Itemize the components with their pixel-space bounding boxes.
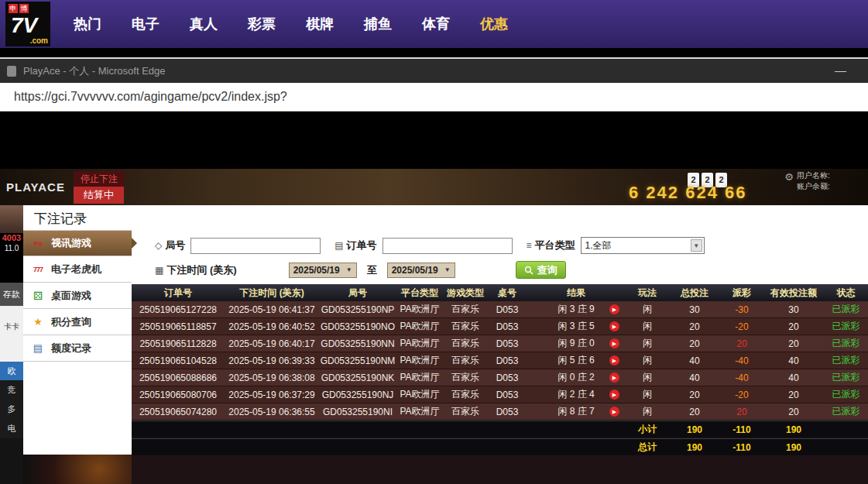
sidebar-item-slot-machine[interactable]: 777 电子老虎机 — [23, 256, 132, 283]
menu-item-sports[interactable]: 体育 — [422, 15, 450, 33]
cell-bet: 20 — [669, 318, 720, 335]
table-row: 2505190651045282025-05-19 06:39:33GD0532… — [132, 352, 868, 369]
result-text: 闲 9 庄 0 — [558, 337, 594, 350]
cell-game: 百家乐 — [443, 386, 488, 403]
result-text: 闲 3 庄 5 — [558, 320, 594, 333]
cell-payout: -40 — [720, 369, 763, 386]
cell-bet: 20 — [669, 403, 720, 420]
panel-header: 下注记录 — [23, 205, 868, 230]
round-number-icon: ◇ — [155, 240, 162, 251]
order-number-input[interactable] — [383, 238, 513, 254]
logo-badge-bo: 博 — [19, 4, 29, 13]
platform-type-label: 平台类型 — [535, 239, 575, 252]
cell-result: 闲 3 庄 9▶ — [527, 301, 626, 318]
menu-item-promotions[interactable]: 优惠 — [480, 15, 508, 33]
cell-game: 百家乐 — [443, 403, 488, 420]
chevron-down-icon: ▼ — [691, 239, 702, 252]
sidebar-item-table-games[interactable]: ⚄ 桌面游戏 — [23, 283, 132, 309]
cell-play: 闲 — [626, 369, 669, 386]
sidebar-banner[interactable] — [23, 455, 132, 484]
total-row: 总计190-110190 — [132, 438, 868, 456]
cell-order_no: 250519065112828 — [132, 335, 225, 352]
url-text[interactable]: https://gci.7vvvvvv.com/agingame/pcv2/in… — [14, 90, 287, 104]
cell-result: 闲 8 庄 7▶ — [527, 403, 626, 420]
cell-order_no: 250519065127228 — [132, 301, 225, 318]
main-menu: 热门 电子 真人 彩票 棋牌 捕鱼 体育 优惠 — [74, 15, 508, 33]
user-name-label: 用户名称: — [797, 170, 865, 181]
chevron-down-icon: ▼ — [444, 266, 451, 273]
left-rail: 4003 11.0 存款 卡卡 欧 竞 多 电 — [0, 205, 23, 484]
menu-item-live[interactable]: 真人 — [190, 15, 218, 33]
cell-round: GD053255190NO — [319, 318, 396, 335]
search-button[interactable]: 查询 — [516, 261, 566, 279]
sidebar-item-label: 桌面游戏 — [51, 289, 91, 303]
minimize-button[interactable]: — — [835, 64, 846, 77]
total-label: 总计 — [626, 439, 669, 455]
menu-item-fishing[interactable]: 捕鱼 — [364, 15, 392, 33]
date-from-value: 2025/05/19 — [293, 265, 340, 276]
rail-tab-dian[interactable]: 电 — [0, 419, 23, 438]
cell-status: 已派彩 — [824, 335, 868, 352]
platform-type-select[interactable]: 1.全部 ▼ — [581, 237, 705, 254]
gear-icon[interactable]: ⚙ — [784, 171, 794, 183]
address-bar[interactable]: https://gci.7vvvvvv.com/agingame/pcv2/in… — [0, 83, 868, 112]
avatar[interactable] — [0, 205, 23, 233]
cell-payout: -40 — [720, 352, 763, 369]
site-logo[interactable]: 申 博 7V .com — [5, 2, 50, 46]
replay-icon[interactable]: ▶ — [609, 338, 619, 348]
records-table: 订单号下注时间 (美东)局号平台类型游戏类型桌号结果玩法总投注派彩有效投注额状态… — [132, 284, 868, 484]
jackpot-amount: 6 242 624 66 — [629, 183, 746, 203]
sidebar-item-points-inquiry[interactable]: ★ 积分查询 — [23, 309, 132, 335]
menu-item-hot[interactable]: 热门 — [74, 15, 101, 33]
replay-icon[interactable]: ▶ — [609, 321, 619, 331]
table-body: 2505190651272282025-05-19 06:41:37GD0532… — [132, 301, 868, 456]
cell-bet: 40 — [669, 369, 720, 386]
subtotal-row: 小计190-110190 — [132, 420, 868, 438]
cell-valid: 20 — [763, 318, 824, 335]
menu-item-board-games[interactable]: 棋牌 — [306, 15, 334, 33]
replay-icon[interactable]: ▶ — [609, 390, 619, 400]
cell-status: 已派彩 — [824, 386, 868, 403]
playace-logo: PLAYACE — [6, 180, 65, 194]
rail-tab-jing[interactable]: 竞 — [0, 380, 23, 400]
subtotal-payout: -110 — [720, 421, 763, 438]
column-header: 下注时间 (美东) — [225, 284, 319, 301]
rail-tab-duo[interactable]: 多 — [0, 400, 23, 419]
date-to-picker[interactable]: 2025/05/19 ▼ — [387, 263, 455, 278]
cell-game: 百家乐 — [443, 335, 488, 352]
document-icon: ▤ — [31, 342, 45, 354]
cell-time: 2025-05-19 06:40:52 — [225, 318, 319, 335]
rail-card-label: 卡卡 — [4, 322, 19, 331]
cell-result: 闲 9 庄 0▶ — [527, 335, 626, 352]
menu-item-slots[interactable]: 电子 — [132, 15, 160, 33]
sidebar-item-video-games[interactable]: ♥♠ 视讯游戏 — [23, 230, 132, 256]
sidebar-item-label: 电子老虎机 — [51, 263, 101, 276]
replay-icon[interactable]: ▶ — [609, 355, 619, 366]
empty-cell — [225, 439, 319, 455]
rail-tab-europe[interactable]: 欧 — [0, 362, 23, 380]
empty-cell — [225, 421, 319, 438]
empty-cell — [527, 439, 626, 455]
menu-item-lottery[interactable]: 彩票 — [248, 15, 276, 33]
column-header: 结果 — [527, 284, 626, 301]
subtotal-label: 小计 — [626, 421, 669, 438]
cell-platform: PA欧洲厅 — [396, 318, 443, 335]
filter-bar: ◇ 局号 ▤ 订单号 ≡ 平台类型 1.全部 ▼ ▦ 下注时间 (美东) — [132, 230, 868, 284]
replay-icon[interactable]: ▶ — [609, 304, 619, 314]
platform-type-icon: ≡ — [527, 240, 532, 251]
cell-platform: PA欧洲厅 — [396, 301, 443, 318]
sidebar-item-label: 视讯游戏 — [51, 236, 91, 250]
sidebar-item-quota-records[interactable]: ▤ 额度记录 — [23, 335, 132, 362]
replay-icon[interactable]: ▶ — [609, 407, 619, 417]
account-info: 用户名称: 账户余额: — [797, 170, 865, 192]
cell-table_no: D053 — [488, 301, 527, 318]
replay-icon[interactable]: ▶ — [609, 372, 619, 383]
round-number-input[interactable] — [190, 238, 321, 254]
date-from-picker[interactable]: 2025/05/19 ▼ — [289, 263, 357, 278]
cell-valid: 40 — [763, 352, 824, 369]
deposit-button[interactable]: 存款 — [0, 283, 23, 306]
date-range-to-label: 至 — [367, 263, 377, 277]
slot-machine-icon: 777 — [31, 266, 45, 273]
cell-table_no: D053 — [488, 403, 527, 420]
cell-payout: -20 — [720, 318, 763, 335]
